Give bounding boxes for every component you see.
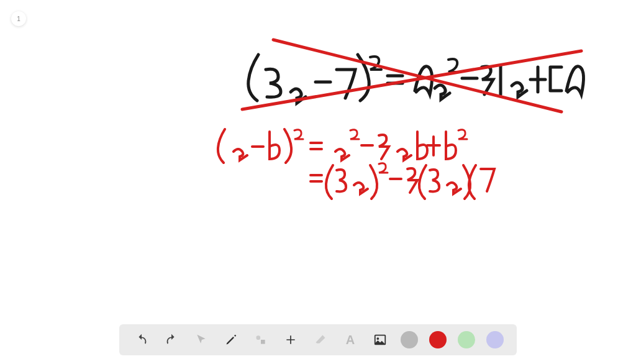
shapes-icon (255, 334, 267, 346)
toolbar: A (119, 324, 517, 355)
equation-line-2 (218, 129, 467, 163)
text-icon: A (346, 333, 355, 347)
pen-icon (225, 334, 237, 346)
color-lightpurple[interactable] (486, 331, 504, 348)
eraser-icon (314, 334, 327, 346)
color-red[interactable] (429, 331, 447, 348)
eraser-tool[interactable] (311, 330, 330, 349)
svg-point-3 (377, 337, 379, 340)
undo-button[interactable] (132, 330, 151, 349)
color-lightgreen[interactable] (458, 331, 475, 348)
drawing-canvas[interactable] (0, 0, 636, 364)
crossout-x (242, 40, 581, 112)
plus-tool[interactable] (281, 330, 300, 349)
text-tool[interactable]: A (341, 330, 360, 349)
image-tool[interactable] (371, 330, 389, 349)
plus-icon (284, 334, 297, 346)
redo-button[interactable] (162, 330, 181, 349)
pen-tool[interactable] (222, 330, 240, 349)
shapes-tool[interactable] (252, 330, 270, 349)
svg-point-0 (257, 335, 261, 340)
pointer-icon (195, 334, 207, 346)
pointer-tool[interactable] (192, 330, 211, 349)
undo-icon (135, 333, 148, 347)
image-icon (373, 333, 387, 347)
color-gray[interactable] (401, 331, 418, 348)
redo-icon (165, 333, 178, 347)
handwriting-svg (0, 0, 636, 364)
equation-line-3 (311, 163, 494, 199)
svg-rect-1 (261, 340, 265, 344)
